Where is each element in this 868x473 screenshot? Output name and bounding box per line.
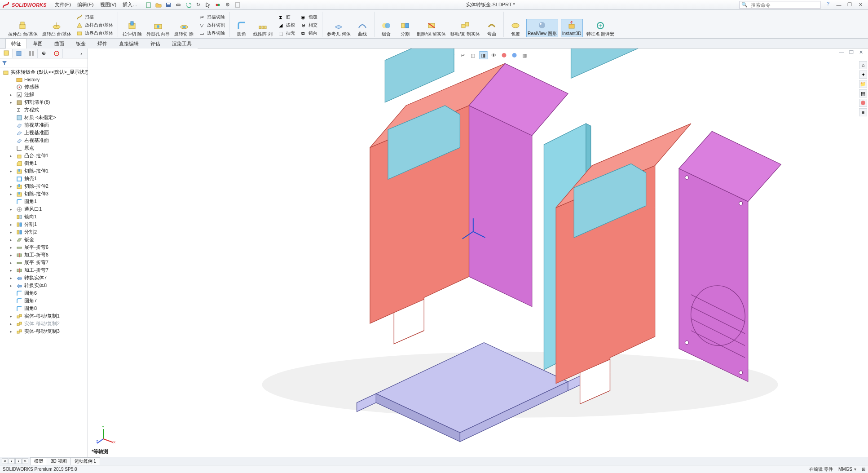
fm-tab-dim[interactable]: ⊕ — [38, 49, 50, 58]
tree-item[interactable]: ▸转换实体7 — [7, 274, 88, 282]
caret-icon[interactable]: ▸ — [10, 154, 14, 158]
model-tab-model[interactable]: 模型 — [30, 457, 47, 465]
fm-expand-icon[interactable]: › — [75, 49, 88, 58]
delete-keep-button[interactable]: 删除/保 留实体 — [416, 20, 447, 38]
tree-item[interactable]: ▸切除-拉伸2 — [7, 182, 88, 190]
status-tags-icon[interactable]: ⊞ — [862, 467, 865, 472]
menu-file[interactable]: 文件(F) — [52, 0, 74, 9]
tree-item[interactable]: ▸实体-移动/复制3 — [7, 327, 88, 335]
tab-weldments[interactable]: 焊件 — [92, 39, 113, 49]
caret-icon[interactable]: ▸ — [10, 329, 14, 334]
status-units[interactable]: MMGS — [838, 467, 856, 472]
caret-icon[interactable]: ▸ — [10, 276, 14, 280]
qat-new-icon[interactable] — [145, 1, 153, 9]
loft-button[interactable]: 放样凸台/基体 — [75, 21, 114, 29]
taskpane-appearance-icon[interactable] — [859, 99, 867, 107]
shell-button[interactable]: ⬚抽壳 — [276, 29, 296, 37]
tree-item[interactable]: ▸分割1 — [7, 221, 88, 228]
fm-tab-tree[interactable] — [0, 49, 13, 58]
taskpane-home-icon[interactable]: ⌂ — [859, 61, 867, 69]
intersect-button[interactable]: ⊖相交 — [299, 21, 318, 29]
caret-icon[interactable]: ▸ — [10, 222, 14, 227]
tree-item[interactable]: ▸转换实体8 — [7, 282, 88, 289]
model-tab-3dview[interactable]: 3D 视图 — [47, 457, 71, 465]
fm-tab-display[interactable] — [50, 49, 63, 58]
tree-item[interactable]: 圆角6 — [7, 289, 88, 297]
tree-item[interactable]: 材质 <未指定> — [7, 114, 88, 121]
qat-redo-icon[interactable]: ↻ — [194, 1, 202, 9]
tree-item[interactable]: ▸实体-移动/复制2 — [7, 320, 88, 327]
caret-icon[interactable]: ▸ — [10, 253, 14, 257]
tree-item[interactable]: ▸钣金 — [7, 236, 88, 243]
model-tab-prev-icon[interactable]: ‹ — [9, 458, 15, 464]
caret-icon[interactable]: ▸ — [10, 230, 14, 234]
graphics-viewport[interactable]: — ❐ ✕ ⤢ 🔍 ↶ ✂ ◫ ◨ 👁 ▥ — [88, 49, 868, 457]
fillet-button[interactable]: 圆角 — [234, 20, 250, 38]
draft-button[interactable]: ◢拔模 — [276, 21, 296, 29]
caret-icon[interactable]: ▸ — [10, 207, 14, 212]
tree-item[interactable]: History — [7, 76, 88, 83]
tree-item[interactable]: 右视基准面 — [7, 137, 88, 144]
boundary-button[interactable]: 边界凸台/基体 — [75, 29, 114, 37]
tree-item[interactable]: ▸展平-折弯7 — [7, 259, 88, 266]
caret-icon[interactable]: ▸ — [10, 192, 14, 196]
caret-icon[interactable]: ▸ — [10, 93, 14, 97]
tab-evaluate[interactable]: 评估 — [145, 39, 166, 49]
realview-button[interactable]: RealView 图形 — [526, 19, 558, 38]
qat-undo-icon[interactable] — [184, 1, 192, 9]
qat-select-icon[interactable] — [204, 1, 212, 9]
tree-item[interactable]: ▸凸台-拉伸1 — [7, 152, 88, 159]
rib-button[interactable]: ⧗筋 — [276, 13, 296, 21]
tree-item[interactable]: 镜向1 — [7, 213, 88, 221]
tab-sheetmetal[interactable]: 钣金 — [70, 39, 92, 49]
ref-geometry-button[interactable]: 参考几 何体 — [326, 20, 352, 38]
tree-item[interactable]: ▸切割清单(8) — [7, 98, 88, 106]
feature-translate-button[interactable]: 特征名 翻译宏 — [586, 20, 616, 38]
qat-settings-icon[interactable] — [234, 1, 242, 9]
tree-item[interactable]: Σ方程式 — [7, 106, 88, 114]
tab-surfaces[interactable]: 曲面 — [48, 39, 70, 49]
extrude-boss-button[interactable]: 拉伸凸 台/基体 — [7, 20, 39, 38]
caret-icon[interactable]: ▸ — [10, 268, 14, 273]
tree-item[interactable]: ▸加工-折弯7 — [7, 266, 88, 274]
qat-save-icon[interactable] — [164, 1, 172, 9]
restore-button[interactable]: ❐ — [845, 1, 855, 9]
curves-button[interactable]: 曲线 — [354, 20, 370, 38]
tree-item[interactable]: 圆角7 — [7, 297, 88, 305]
menu-view[interactable]: 视图(V) — [97, 0, 119, 9]
tree-item[interactable]: 抽壳1 — [7, 175, 88, 182]
sweep-cut-button[interactable]: ✂扫描切除 — [197, 13, 226, 21]
fm-tab-config[interactable] — [25, 49, 38, 58]
mirror-button[interactable]: ⧉镜向 — [299, 29, 318, 37]
hole-wizard-button[interactable]: 异型孔 向导 — [145, 20, 171, 38]
tab-direct-edit[interactable]: 直接编辑 — [113, 39, 145, 49]
tab-sketch[interactable]: 草图 — [27, 39, 48, 49]
tree-item[interactable]: 前视基准面 — [7, 121, 88, 129]
taskpane-resources-icon[interactable]: ✦ — [859, 71, 867, 79]
flex-button[interactable]: 弯曲 — [484, 20, 500, 38]
caret-icon[interactable]: ▸ — [10, 245, 14, 250]
tree-item[interactable]: 上视基准面 — [7, 129, 88, 137]
caret-icon[interactable]: ▸ — [10, 283, 14, 288]
tab-render[interactable]: 渲染工具 — [166, 39, 198, 49]
tree-item[interactable]: ▸通风口1 — [7, 205, 88, 213]
caret-icon[interactable]: ▸ — [10, 100, 14, 105]
extrude-cut-button[interactable]: 拉伸切 除 — [122, 20, 143, 38]
qat-rebuild-icon[interactable] — [214, 1, 222, 9]
caret-icon[interactable]: ▸ — [10, 314, 14, 318]
wrap2-button[interactable]: 包覆 — [507, 20, 524, 38]
linear-pattern-button[interactable]: 线性阵 列 — [252, 20, 273, 38]
qat-print-icon[interactable] — [174, 1, 182, 9]
tree-item[interactable]: 圆角8 — [7, 305, 88, 312]
tree-item[interactable]: ▸实体-移动/复制1 — [7, 312, 88, 320]
loft-cut-button[interactable]: ▽放样切割 — [197, 21, 226, 29]
sweep-button[interactable]: 扫描 — [75, 13, 114, 21]
model-tab-first-icon[interactable]: « — [2, 458, 8, 464]
view-triad[interactable]: Y X Z — [96, 424, 116, 444]
caret-icon[interactable]: ▸ — [10, 184, 14, 189]
wrap-button[interactable]: ◉包覆 — [299, 13, 318, 21]
menu-edit[interactable]: 编辑(E) — [75, 0, 97, 9]
model-tab-motion[interactable]: 运动算例 1 — [70, 457, 100, 465]
minimize-button[interactable]: — — [834, 1, 844, 9]
taskpane-views-icon[interactable]: ▤ — [859, 89, 867, 97]
